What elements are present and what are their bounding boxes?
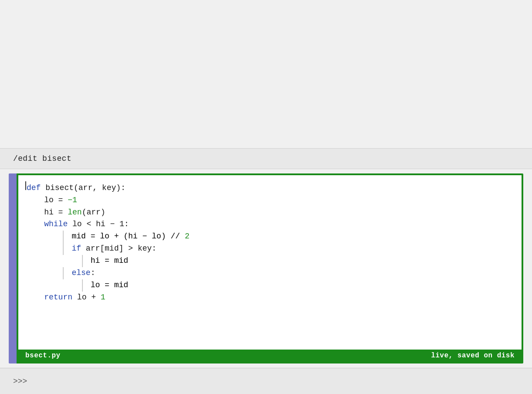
file-status: live, saved on disk — [431, 352, 515, 360]
code-line-6: if arr[mid] > key: — [25, 243, 513, 255]
keyword-def: def — [27, 182, 41, 194]
status-bar: bsect.py live, saved on disk — [18, 350, 522, 362]
editor-box[interactable]: def bisect(arr, key): lo = −1 hi = len(a… — [17, 173, 523, 363]
code-line-1: def bisect(arr, key): — [25, 181, 513, 194]
command-text: /edit bisect — [13, 154, 72, 163]
code-line-5: mid = lo + (hi − lo) // 2 — [25, 231, 513, 243]
left-gutter — [9, 173, 17, 363]
indent-bar-8: else: — [63, 267, 95, 279]
indent-bar-9: lo = mid — [82, 279, 128, 292]
top-spacer — [0, 0, 532, 148]
code-line-3: hi = len(arr) — [25, 207, 513, 219]
code-line-4: while lo < hi − 1: — [25, 218, 513, 231]
indent-bar-6: if arr[mid] > key: — [63, 243, 156, 255]
code-line-10: return lo + 1 — [25, 292, 513, 304]
code-area[interactable]: def bisect(arr, key): lo = −1 hi = len(a… — [18, 175, 522, 350]
indent-bar-5: mid = lo + (hi − lo) // — [63, 231, 184, 243]
code-line-9: lo = mid — [25, 279, 513, 292]
cursor — [25, 181, 26, 190]
command-bar: /edit bisect — [0, 148, 532, 169]
code-line-7: hi = mid — [25, 255, 513, 267]
keyword-return: return — [44, 292, 72, 304]
code-line-2: lo = −1 — [25, 194, 513, 207]
filename: bsect.py — [25, 352, 61, 360]
repl-prompt[interactable]: >>> — [13, 377, 27, 386]
editor-section: def bisect(arr, key): lo = −1 hi = len(a… — [0, 169, 532, 368]
keyword-while: while — [44, 218, 68, 231]
indent-bar-7: hi = mid — [82, 255, 128, 267]
bottom-repl: >>> — [0, 368, 532, 394]
code-line-8: else: — [25, 267, 513, 279]
main-area: /edit bisect def bisect(arr, key): lo = … — [0, 0, 532, 394]
